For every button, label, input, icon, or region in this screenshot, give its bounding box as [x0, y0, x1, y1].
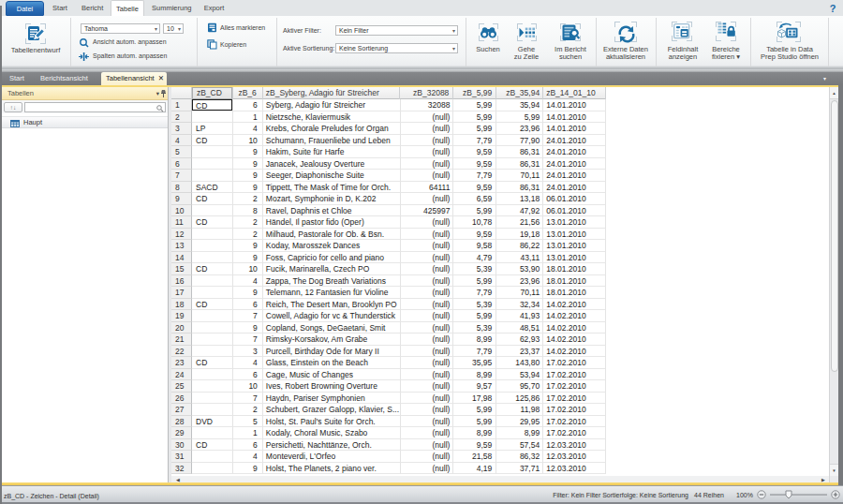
svg-text:?: ?: [830, 3, 836, 14]
